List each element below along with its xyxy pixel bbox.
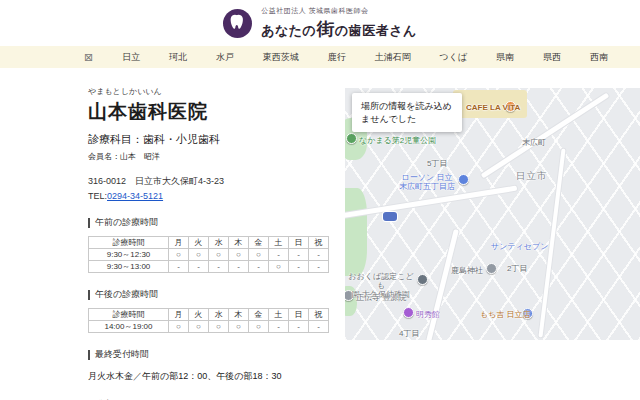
map-label-lawson[interactable]: ローソン 日立末広町五丁目店	[395, 173, 459, 191]
nav-item-kahoku[interactable]: 珂北	[169, 51, 187, 64]
mark-cell: -	[269, 249, 289, 261]
road	[426, 229, 459, 340]
time-slot: 9:30～12:30	[89, 249, 169, 261]
map-label-temple[interactable]: 正伝寺 豊源院	[356, 292, 406, 303]
nav-item-tsukuba[interactable]: つくば	[440, 51, 468, 64]
afternoon-hours-table: 診療時間 月 火 水 木 金 土 日 祝 14:00～19:00 ○ ○ ○ ○…	[88, 308, 329, 333]
convenience-store-icon[interactable]	[458, 174, 469, 185]
table-row: 9:30～13:00 - - - - - ○ - -	[89, 261, 329, 273]
col-fri: 金	[249, 237, 269, 249]
brand-text: 公益社団法人 茨城県歯科医師会 あなたの街の歯医者さん	[261, 6, 417, 41]
mark-cell: ○	[189, 249, 209, 261]
mark-cell: ○	[229, 321, 249, 333]
nav-item-rokko[interactable]: 鹿行	[328, 51, 346, 64]
col-hol: 祝	[309, 309, 329, 321]
mark-cell: -	[189, 261, 209, 273]
lawson-line2: 末広町五丁目店	[399, 182, 455, 191]
time-slot: 14:00～19:00	[89, 321, 169, 333]
table-header-row: 診療時間 月 火 水 木 金 土 日 祝	[89, 309, 329, 321]
mark-cell: ○	[229, 249, 249, 261]
map-label-park[interactable]: なかまる第2児童公園	[359, 135, 436, 146]
meishu-icon[interactable]	[403, 307, 414, 318]
col-tue: 火	[189, 309, 209, 321]
col-sat: 土	[269, 237, 289, 249]
clinic-address: 316-0012 日立市大久保町4-3-23	[88, 175, 338, 188]
mark-cell: -	[289, 321, 309, 333]
mark-cell: ○	[169, 321, 189, 333]
time-slot: 9:30～13:00	[89, 261, 169, 273]
map-label-mochikichi[interactable]: もち吉 日立店	[480, 309, 531, 320]
col-wed: 水	[209, 309, 229, 321]
tel-link[interactable]: 0294-34-5121	[107, 191, 163, 201]
section-afternoon-label: 午後の診療時間	[95, 288, 158, 301]
col-sun: 日	[289, 309, 309, 321]
col-fri: 金	[249, 309, 269, 321]
clinic-tel-row: TEL:0294-34-5121	[88, 191, 338, 201]
mark-cell: -	[309, 321, 329, 333]
section-morning-label: 午前の診療時間	[95, 216, 158, 229]
lawson-line1: ローソン 日立	[402, 173, 453, 182]
kindergarten-icon[interactable]	[417, 274, 428, 285]
map-label-meishu[interactable]: 明秀館	[416, 309, 440, 320]
nav-item-kensei[interactable]: 県西	[543, 51, 561, 64]
col-sat: 土	[269, 309, 289, 321]
nav-item-tozai-ibaraki[interactable]: 東西茨城	[263, 51, 299, 64]
section-last-reception-label: 最終受付時間	[95, 348, 149, 361]
section-afternoon-hours: 午後の診療時間	[88, 288, 338, 301]
mark-cell: -	[229, 261, 249, 273]
mark-cell: -	[309, 249, 329, 261]
nav-item-mito[interactable]: 水戸	[216, 51, 234, 64]
map-label-5chome: 5丁目	[427, 158, 447, 169]
table-row: 14:00～19:00 ○ ○ ○ ○ ○ - - -	[89, 321, 329, 333]
title-emphasis: 街	[316, 19, 335, 39]
tel-label: TEL:	[88, 191, 107, 201]
map-label-2chome: 2丁目	[507, 263, 527, 274]
map-label-suehirocho: 末広町	[522, 137, 546, 148]
map[interactable]: CAFE LA VITA なかまる第2児童公園 末広町 日立市 5丁目 ローソン…	[345, 88, 640, 340]
clinic-member: 会員名：山本 昭洋	[88, 151, 338, 162]
mark-cell: ○	[189, 321, 209, 333]
site-header: 公益社団法人 茨城県歯科医師会 あなたの街の歯医者さん	[0, 0, 640, 46]
col-sun: 日	[289, 237, 309, 249]
broken-image-icon[interactable]: ⊠	[84, 51, 93, 64]
col-thu: 木	[229, 237, 249, 249]
map-label-hitachi-city: 日立市	[516, 170, 548, 183]
mark-cell: -	[289, 249, 309, 261]
map-error-popup: 場所の情報を読み込めませんでした	[352, 93, 462, 132]
nav-item-seinan[interactable]: 西南	[590, 51, 608, 64]
nav-item-kennan[interactable]: 県南	[496, 51, 514, 64]
morning-hours-table: 診療時間 月 火 水 木 金 土 日 祝 9:30～12:30 ○ ○ ○ ○ …	[88, 236, 329, 273]
map-label-shrine[interactable]: 鹿島神社	[451, 265, 483, 276]
clinic-name: 山本歯科医院	[88, 99, 338, 125]
title-part1: あなたの	[261, 23, 316, 38]
org-name: 公益社団法人 茨城県歯科医師会	[261, 6, 417, 16]
section-bar	[88, 350, 90, 360]
mark-cell: -	[169, 261, 189, 273]
col-thu: 木	[229, 309, 249, 321]
nav-item-hitachi[interactable]: 日立	[122, 51, 140, 64]
col-time: 診療時間	[89, 237, 169, 249]
last-reception-text: 月火水木金／午前の部12：00、午後の部18：30	[88, 370, 338, 383]
mark-cell: -	[269, 321, 289, 333]
mark-cell: -	[209, 261, 229, 273]
clinic-detail-panel: やまもとしかいいん 山本歯科医院 診療科目：歯科・小児歯科 会員名：山本 昭洋 …	[88, 86, 338, 400]
section-last-reception: 最終受付時間	[88, 348, 338, 361]
table-row: 9:30～12:30 ○ ○ ○ ○ ○ - - -	[89, 249, 329, 261]
mark-cell: ○	[209, 321, 229, 333]
route-shield-icon	[383, 212, 397, 221]
map-label-cafe[interactable]: CAFE LA VITA	[466, 103, 520, 112]
section-bar	[88, 290, 90, 300]
clinic-department: 診療科目：歯科・小児歯科	[88, 132, 338, 147]
mark-cell: ○	[249, 249, 269, 261]
mark-cell: -	[249, 261, 269, 273]
clinic-furigana: やまもとしかいいん	[88, 86, 338, 97]
site-title: あなたの街の歯医者さん	[261, 17, 417, 41]
mark-cell: ○	[249, 321, 269, 333]
park-icon[interactable]	[346, 133, 357, 144]
col-hol: 祝	[309, 237, 329, 249]
map-label-store[interactable]: サンティセブン	[491, 241, 548, 252]
nav-item-tsuchiura-ishioka[interactable]: 土浦石岡	[375, 51, 411, 64]
title-part2: の歯医者さん	[335, 23, 417, 38]
shrine-icon[interactable]	[486, 263, 497, 274]
col-tue: 火	[189, 237, 209, 249]
